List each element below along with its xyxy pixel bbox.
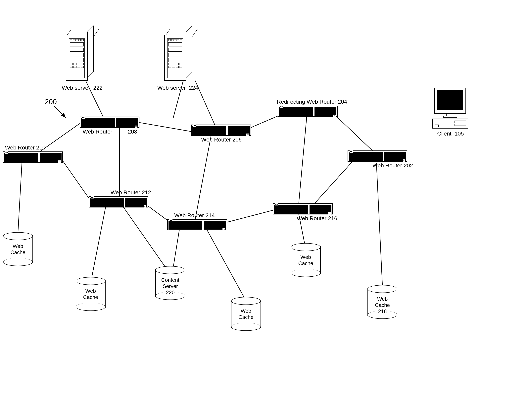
router-202: ■■▭ <box>348 150 407 162</box>
svg-line-7 <box>62 159 90 199</box>
router-216-label: Web Router 216 <box>297 215 337 222</box>
svg-line-9 <box>299 117 307 203</box>
client-computer <box>432 88 468 132</box>
svg-line-4 <box>251 116 279 128</box>
web-cache-1-label: WebCache <box>3 243 33 255</box>
content-server-220: ContentServer220 <box>155 266 185 300</box>
router-216: ■■▭ <box>273 203 333 214</box>
svg-line-10 <box>315 162 353 203</box>
svg-line-20 <box>377 163 382 286</box>
network-diagram: 200 Web server 222 <box>0 0 532 393</box>
router-208: ■■▭ <box>80 117 140 128</box>
web-cache-2-label: WebCache <box>76 288 106 300</box>
svg-line-15 <box>92 207 106 278</box>
router-212: ■■▭ <box>89 196 148 207</box>
web-cache-4: WebCache <box>291 243 321 277</box>
svg-line-3 <box>140 123 191 132</box>
web-server-224-label: Web server 224 <box>157 85 198 91</box>
router-214: ■■▭ <box>167 219 227 230</box>
router-210: ■■▭ <box>3 152 63 163</box>
svg-line-11 <box>195 136 211 219</box>
svg-line-13 <box>227 210 273 222</box>
router-202-label: Web Router 202 <box>372 162 413 169</box>
content-server-220-label: ContentServer220 <box>155 277 185 296</box>
web-cache-1: WebCache <box>3 232 33 266</box>
router-206: ■■▭ <box>191 125 251 136</box>
svg-line-18 <box>207 230 245 299</box>
router-210-label: Web Router 210 <box>5 144 45 151</box>
web-cache-2: WebCache <box>76 277 106 311</box>
client-label: Client 105 <box>437 131 464 137</box>
router-204: ■■▭ <box>278 106 338 117</box>
web-cache-218: WebCache218 <box>368 285 397 319</box>
router-206-label: Web Router 206 <box>201 137 242 143</box>
web-server-222-label: Web server 222 <box>62 85 103 91</box>
web-cache-3-label: WebCache <box>231 308 261 320</box>
svg-line-16 <box>123 207 165 267</box>
svg-line-12 <box>148 206 167 220</box>
svg-line-8 <box>337 117 377 154</box>
web-server-224 <box>164 29 192 81</box>
svg-line-17 <box>173 230 179 267</box>
svg-marker-22 <box>61 113 66 118</box>
router-212-label: Web Router 212 <box>111 189 151 196</box>
figure-reference: 200 <box>45 98 57 106</box>
svg-line-21 <box>54 106 66 118</box>
web-cache-218-label: WebCache218 <box>368 296 397 315</box>
router-204-label: Redirecting Web Router 204 <box>277 99 347 105</box>
router-208-label: Web Router 208 <box>83 128 137 135</box>
router-214-label: Web Router 214 <box>174 212 215 219</box>
svg-line-14 <box>18 163 22 233</box>
svg-line-2 <box>195 81 215 126</box>
web-cache-3: WebCache <box>231 297 261 331</box>
web-server-222 <box>66 29 94 81</box>
web-cache-4-label: WebCache <box>291 254 321 266</box>
